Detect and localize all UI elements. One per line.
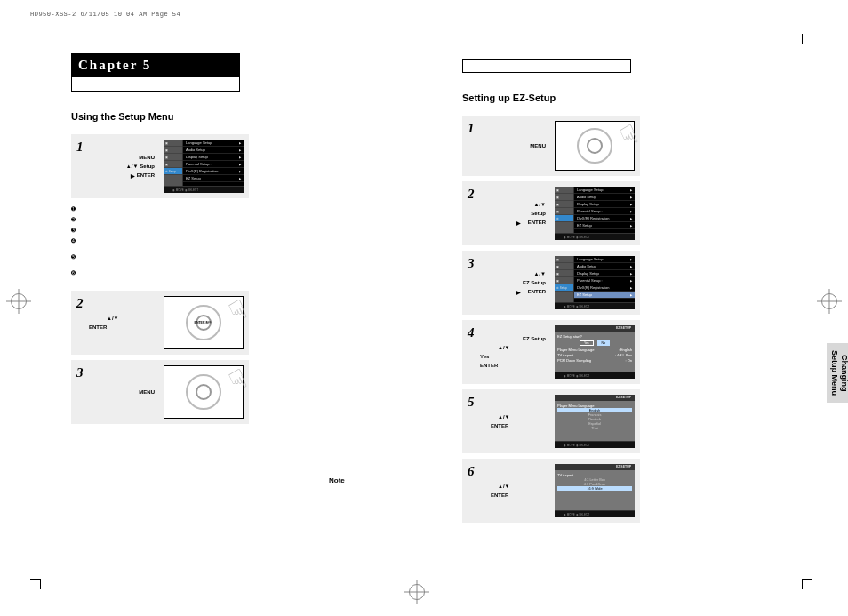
menu-item: Audio Setup▶ (183, 147, 244, 154)
menu-item: Audio Setup▶ (574, 263, 635, 270)
panel-prompt: EZ Setup start? (557, 334, 632, 339)
hint: ENTER (480, 423, 551, 428)
remote-diagram: ☟ (555, 121, 635, 171)
chapter-subtitle-box (71, 77, 240, 92)
menu-item: Language Setup▶ (574, 187, 635, 194)
list-item: ➎ (71, 252, 427, 262)
title-empty-box (462, 59, 631, 73)
hint: ▶ ENTER (480, 220, 551, 226)
menu-tab-icon: ▣ (555, 270, 573, 277)
menu-item: Language Setup▶ (183, 140, 244, 147)
right-step-5: 5 ▲/▼ ENTER EZ SETUP Player Menu Languag… (462, 389, 640, 453)
panel-title: EZ SETUP (555, 395, 635, 401)
left-step-2: 2 ▲/▼ ENTER ☟ ENTER 확인 (71, 291, 249, 355)
menu-footer: ◉ MOVE ◉ SELECT (555, 510, 635, 517)
right-step-2: 2 ▲/▼ Setup ▶ ENTER ▣ ▣ ▣ ▣ ⚙ Language S (462, 181, 640, 245)
list-item: ➋ (71, 214, 427, 225)
panel-row: PCM Down Sampling: On (557, 358, 632, 363)
hand-icon: ☟ (615, 118, 643, 153)
menu-item: EZ Setup▶ (574, 222, 635, 229)
side-tab-line2: Setup Menu (830, 350, 839, 396)
step-number: 1 (462, 116, 476, 176)
yes-button: Yes (580, 340, 594, 346)
registration-mark (11, 293, 27, 309)
menu-tab-icon: ▣ (164, 140, 182, 147)
left-step-1: 1 MENU ▲/▼ Setup ▶ ENTER ▣ ▣ ▣ (71, 134, 249, 198)
menu-footer: ◉ MOVE ◉ SELECT (555, 302, 635, 309)
hint: ▶ ENTER (480, 289, 551, 295)
menu-footer: ◉ MOVE ◉ SELECT (164, 186, 244, 193)
crop-mark (30, 579, 41, 589)
step-number: 3 (71, 360, 85, 424)
menu-item: DivX(R) Registration▶ (574, 215, 635, 222)
menu-tab-setup-icon: ⚙ Setup (164, 168, 182, 175)
menu-tab-icon: ▣ (555, 256, 573, 263)
hand-icon: ☟ (224, 293, 252, 328)
hint: ▲/▼ (480, 271, 551, 276)
right-step-1: 1 MENU ☟ (462, 116, 640, 176)
menu-tab-icon: ▣ (555, 201, 573, 208)
side-tab: Changing Setup Menu (827, 343, 848, 403)
option: 16:9 Wide (557, 486, 632, 491)
hint-enter: ENTER (89, 324, 160, 330)
hand-icon: ☟ (224, 363, 252, 397)
list-item: ➏ (71, 268, 427, 278)
chapter-title: Chapter 5 (71, 53, 240, 77)
hint-menu: MENU (89, 389, 160, 395)
panel-title: EZ SETUP (555, 464, 635, 470)
hint: ▲/▼ (480, 414, 551, 420)
step-number: 4 (462, 320, 476, 384)
panel-title: EZ SETUP (555, 325, 635, 332)
left-column: Chapter 5 Using the Setup Menu 1 MENU ▲/… (71, 53, 427, 569)
right-step-3: 3 ▲/▼ EZ Setup ▶ ENTER ▣ ▣ ▣ ▣ ⚙ Setup L (462, 251, 640, 315)
menu-tab-setup-icon: ⚙ (555, 215, 573, 222)
step-number: 1 (71, 134, 85, 198)
menu-tab-icon: ▣ (555, 194, 573, 201)
menu-item: Parental Setup :▶ (574, 208, 635, 215)
ez-setup-screenshot: EZ SETUP EZ Setup start? Yes No Player M… (555, 325, 635, 379)
menu-footer: ◉ MOVE ◉ SELECT (555, 233, 635, 240)
registration-mark (409, 584, 425, 600)
panel-row: TV Aspect: 4:3 L-Box (557, 353, 632, 357)
list-item: ➍ (71, 236, 427, 246)
hint-menu: MENU (89, 155, 160, 160)
hint-menu: MENU (480, 143, 551, 148)
menu-tab-icon: ▣ (555, 187, 573, 194)
step-number: 3 (462, 251, 476, 315)
menu-tab-icon: ▣ (555, 263, 573, 270)
menu-footer: ◉ MOVE ◉ SELECT (555, 441, 635, 448)
crop-mark (802, 579, 812, 589)
step-number: 5 (462, 389, 476, 453)
step-number: 2 (462, 181, 476, 245)
menu-item: Audio Setup▶ (574, 194, 635, 201)
bulleted-list: ➊ ➋ ➌ ➍ ➎ ➏ (71, 204, 427, 278)
enter-button-icon: ENTER 확인 (195, 321, 213, 324)
step-number: 2 (71, 291, 85, 355)
right-column: Setting up EZ-Setup 1 MENU ☟ 2 ▲/▼ Setup… (462, 53, 818, 569)
menu-tab-icon: ▣ (164, 147, 182, 154)
hint: Setup (480, 211, 551, 216)
hint-arrows: ▲/▼ (89, 316, 160, 321)
menu-item: Display Setup▶ (183, 154, 244, 161)
hint-enter: ▶ ENTER (89, 172, 160, 179)
right-step-6: 6 ▲/▼ ENTER EZ SETUP TV Aspect 4:3 Lette… (462, 459, 640, 523)
left-step-3: 3 MENU ☟ (71, 360, 249, 424)
hint: Yes (480, 354, 551, 359)
chapter-banner: Chapter 5 (71, 53, 240, 92)
menu-footer: ◉ MOVE ◉ SELECT (555, 372, 635, 379)
play-icon: ▶ (131, 172, 135, 179)
menu-item: DivX(R) Registration▶ (183, 168, 244, 175)
menu-item-highlighted: EZ Setup▶ (574, 292, 635, 299)
option: Thai (557, 426, 632, 430)
right-step-4: 4 EZ Setup ▲/▼ Yes ENTER EZ SETUP EZ Set… (462, 320, 640, 384)
print-header: HD950-XSS-2 6/11/05 10:04 AM Page 54 (30, 11, 180, 18)
hint-setup: ▲/▼ Setup (89, 164, 160, 169)
hint: ▲/▼ (480, 345, 551, 350)
hint: EZ Setup (480, 336, 551, 341)
menu-tab-icon: ▣ (164, 154, 182, 161)
hint: EZ Setup (480, 280, 551, 285)
menu-screenshot: ▣ ▣ ▣ ▣ ⚙ Language Setup▶ Audio Setup▶ D… (555, 187, 635, 240)
arrows-icon: ▲/▼ (126, 164, 139, 169)
menu-item: Parental Setup :▶ (574, 277, 635, 284)
hint: ENTER (480, 363, 551, 368)
